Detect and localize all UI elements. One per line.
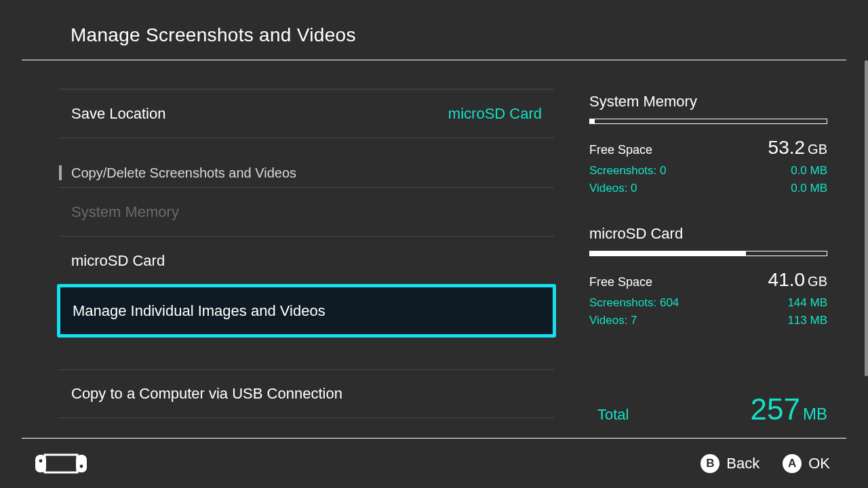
microsd-bar xyxy=(589,251,827,256)
copy-usb-row[interactable]: Copy to a Computer via USB Connection xyxy=(59,369,554,418)
sd-screenshots-label: Screenshots: 604 xyxy=(589,294,679,312)
manage-individual-label: Manage Individual Images and Videos xyxy=(73,302,326,320)
sysmem-videos-label: Videos: 0 xyxy=(589,180,637,197)
save-location-value: microSD Card xyxy=(448,105,542,123)
system-memory-block: System Memory Free Space 53.2GB Screensh… xyxy=(589,93,827,197)
sd-screenshots-line: Screenshots: 604 144 MB xyxy=(589,294,827,312)
total-label: Total xyxy=(589,406,629,424)
save-location-label: Save Location xyxy=(71,105,165,123)
button-hints: B Back A OK xyxy=(701,454,830,473)
a-button-icon: A xyxy=(783,454,802,473)
controller-icon xyxy=(35,453,87,474)
sysmem-screenshots-line: Screenshots: 0 0.0 MB xyxy=(589,162,827,180)
sysmem-videos-line: Videos: 0 0.0 MB xyxy=(589,180,827,197)
sd-videos-label: Videos: 7 xyxy=(589,312,637,329)
sd-free-label: Free Space xyxy=(589,273,652,291)
sysmem-screenshots-value: 0.0 MB xyxy=(791,162,827,180)
header: Manage Screenshots and Videos xyxy=(22,0,846,60)
ok-hint[interactable]: A OK xyxy=(783,454,830,473)
sd-screenshots-value: 144 MB xyxy=(787,294,827,312)
save-location-row[interactable]: Save Location microSD Card xyxy=(59,89,554,138)
section-label-text: Copy/Delete Screenshots and Videos xyxy=(71,165,296,181)
sysmem-free-line: Free Space 53.2GB xyxy=(589,134,827,162)
microsd-title: microSD Card xyxy=(589,225,827,243)
ok-label: OK xyxy=(808,455,830,472)
right-column: System Memory Free Space 53.2GB Screensh… xyxy=(554,60,846,432)
back-label: Back xyxy=(726,455,760,472)
svg-rect-2 xyxy=(45,455,77,472)
spacer xyxy=(59,138,554,159)
section-mark-icon xyxy=(59,165,62,180)
copy-usb-label: Copy to a Computer via USB Connection xyxy=(71,385,342,403)
content: Save Location microSD Card Copy/Delete S… xyxy=(0,60,868,432)
sd-videos-line: Videos: 7 113 MB xyxy=(589,312,827,329)
sysmem-free-label: Free Space xyxy=(589,141,652,159)
total-value: 257MB xyxy=(751,392,827,426)
svg-point-4 xyxy=(80,464,83,468)
total-row: Total 257MB xyxy=(589,380,827,426)
scrollbar[interactable] xyxy=(865,60,868,432)
sd-free-line: Free Space 41.0GB xyxy=(589,266,827,294)
scrollbar-thumb[interactable] xyxy=(865,60,868,376)
spacer xyxy=(59,337,554,369)
sysmem-screenshots-label: Screenshots: 0 xyxy=(589,162,666,180)
microsd-row[interactable]: microSD Card xyxy=(59,236,554,285)
section-copy-delete: Copy/Delete Screenshots and Videos xyxy=(59,159,554,187)
system-memory-row: System Memory xyxy=(59,187,554,236)
manage-individual-row[interactable]: Manage Individual Images and Videos xyxy=(57,284,556,338)
system-memory-bar xyxy=(589,119,827,124)
footer: B Back A OK xyxy=(22,438,846,488)
system-memory-title: System Memory xyxy=(589,93,827,110)
system-memory-bar-fill xyxy=(590,119,595,123)
microsd-label: microSD Card xyxy=(71,252,165,270)
microsd-bar-fill xyxy=(590,251,746,256)
left-column: Save Location microSD Card Copy/Delete S… xyxy=(22,60,554,432)
b-button-icon: B xyxy=(701,454,719,473)
microsd-block: microSD Card Free Space 41.0GB Screensho… xyxy=(589,225,827,329)
sd-free-value: 41.0GB xyxy=(768,266,827,294)
page-title: Manage Screenshots and Videos xyxy=(71,24,846,46)
sysmem-free-value: 53.2GB xyxy=(768,134,827,162)
system-memory-label: System Memory xyxy=(71,203,179,221)
sysmem-videos-value: 0.0 MB xyxy=(791,180,827,197)
svg-point-3 xyxy=(39,459,43,462)
back-hint[interactable]: B Back xyxy=(701,454,760,473)
sd-videos-value: 113 MB xyxy=(787,312,827,329)
